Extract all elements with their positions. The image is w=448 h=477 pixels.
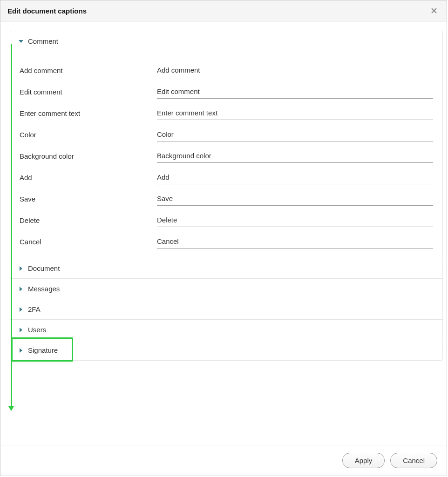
section-comment: Comment Add comment Edit comment xyxy=(10,31,442,258)
section-title-signature: Signature xyxy=(28,346,58,354)
section-title-document: Document xyxy=(28,264,60,272)
dialog-header: Edit document captions xyxy=(0,0,447,21)
dialog-body[interactable]: Comment Add comment Edit comment xyxy=(0,21,447,445)
field-row-cancel: Cancel xyxy=(10,227,442,249)
field-row-background-color: Background color xyxy=(10,141,442,163)
annotation-arrow xyxy=(11,44,12,407)
field-label: Add comment xyxy=(20,67,157,77)
section-header-comment[interactable]: Comment xyxy=(10,31,442,51)
section-title-comment: Comment xyxy=(28,37,58,45)
caret-right-icon xyxy=(19,307,23,312)
dialog-footer: Apply Cancel xyxy=(0,445,447,476)
section-2fa: 2FA xyxy=(10,299,442,320)
section-document: Document xyxy=(10,258,442,279)
section-header-2fa[interactable]: 2FA xyxy=(10,299,442,319)
content-panel: Comment Add comment Edit comment xyxy=(10,31,443,361)
section-title-messages: Messages xyxy=(28,285,60,293)
field-label: Enter comment text xyxy=(20,109,157,120)
apply-button[interactable]: Apply xyxy=(342,453,385,468)
field-row-save: Save xyxy=(10,184,442,206)
close-button[interactable] xyxy=(428,5,440,16)
field-input-save[interactable] xyxy=(157,192,433,206)
section-title-2fa: 2FA xyxy=(28,305,41,313)
field-label: Color xyxy=(20,131,157,141)
field-input-add-comment[interactable] xyxy=(157,63,433,77)
section-header-messages[interactable]: Messages xyxy=(10,279,442,299)
field-label: Background color xyxy=(20,152,157,163)
field-row-edit-comment: Edit comment xyxy=(10,77,442,99)
field-row-enter-comment-text: Enter comment text xyxy=(10,99,442,120)
field-input-enter-comment-text[interactable] xyxy=(157,106,433,120)
field-label: Delete xyxy=(20,216,157,227)
section-messages: Messages xyxy=(10,279,442,299)
field-row-color: Color xyxy=(10,120,442,141)
section-title-users: Users xyxy=(28,326,46,334)
field-input-background-color[interactable] xyxy=(157,149,433,163)
section-users: Users xyxy=(10,320,442,340)
caret-right-icon xyxy=(19,328,23,332)
caret-right-icon xyxy=(19,348,23,353)
field-label: Add xyxy=(20,174,157,184)
caret-down-icon xyxy=(19,39,23,44)
caret-right-icon xyxy=(19,287,23,291)
close-icon xyxy=(430,7,438,14)
field-input-cancel[interactable] xyxy=(157,235,433,249)
dialog-title: Edit document captions xyxy=(7,7,87,15)
field-label: Cancel xyxy=(20,238,157,249)
field-input-color[interactable] xyxy=(157,128,433,141)
field-label: Edit comment xyxy=(20,88,157,99)
edit-captions-dialog: Edit document captions Comment xyxy=(0,0,447,476)
field-row-add: Add xyxy=(10,163,442,184)
section-fields-comment: Add comment Edit comment Ent xyxy=(10,51,442,258)
section-header-signature[interactable]: Signature xyxy=(10,340,442,360)
section-signature: Signature xyxy=(10,340,442,360)
field-input-add[interactable] xyxy=(157,170,433,184)
field-input-delete[interactable] xyxy=(157,213,433,227)
field-label: Save xyxy=(20,195,157,206)
field-row-add-comment: Add comment xyxy=(10,56,442,77)
cancel-button[interactable]: Cancel xyxy=(390,453,437,468)
field-input-edit-comment[interactable] xyxy=(157,85,433,99)
section-header-users[interactable]: Users xyxy=(10,320,442,340)
field-row-delete: Delete xyxy=(10,206,442,227)
section-header-document[interactable]: Document xyxy=(10,258,442,278)
caret-right-icon xyxy=(19,266,23,271)
